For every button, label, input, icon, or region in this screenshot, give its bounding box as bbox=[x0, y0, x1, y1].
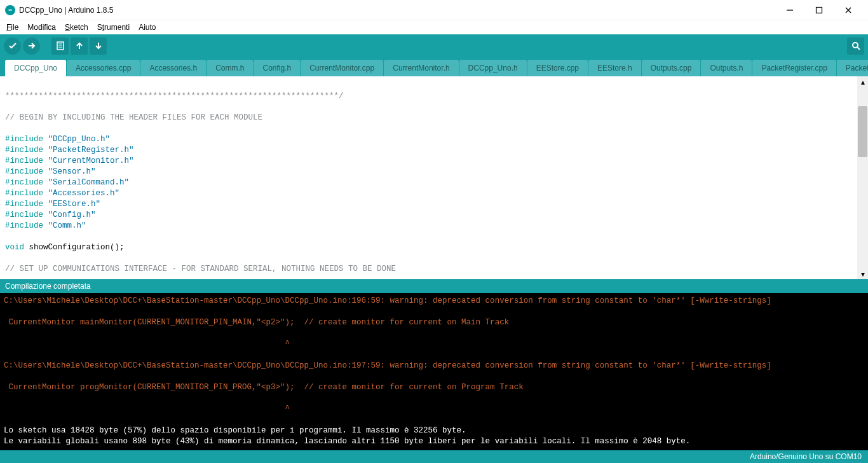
scroll-down-icon[interactable]: ▾ bbox=[857, 268, 868, 279]
console-line: ^ bbox=[4, 404, 290, 413]
code-editor[interactable]: ****************************************… bbox=[0, 76, 857, 279]
scroll-thumb[interactable] bbox=[858, 106, 867, 157]
verify-button[interactable] bbox=[4, 38, 21, 55]
scroll-track[interactable] bbox=[857, 87, 868, 268]
toolbar bbox=[0, 34, 868, 57]
tab-eestore-h[interactable]: EEStore.h bbox=[588, 60, 641, 76]
maximize-button[interactable] bbox=[804, 1, 834, 20]
tab-outputs-cpp[interactable]: Outputs.cpp bbox=[642, 60, 701, 76]
scroll-up-icon[interactable]: ▴ bbox=[857, 76, 868, 87]
code-str: "Comm.h" bbox=[48, 221, 86, 230]
tab-dccpp-uno-h[interactable]: DCCpp_Uno.h bbox=[459, 60, 527, 76]
tab-packetreg[interactable]: PacketReg bbox=[837, 60, 868, 76]
window-controls bbox=[775, 1, 863, 20]
tab-currentmonitor-cpp[interactable]: CurrentMonitor.cpp bbox=[301, 60, 383, 76]
code-kw: #include bbox=[5, 156, 43, 165]
console-line: Lo sketch usa 18428 byte (57%) dello spa… bbox=[4, 426, 466, 435]
tab-accessories-h[interactable]: Accessories.h bbox=[140, 60, 206, 76]
tabbar: DCCpp_Uno Accessories.cpp Accessories.h … bbox=[0, 57, 868, 76]
close-button[interactable] bbox=[834, 1, 863, 20]
tab-currentmonitor-h[interactable]: CurrentMonitor.h bbox=[384, 60, 458, 76]
code-str: "SerialCommand.h" bbox=[48, 178, 130, 187]
code-line: // BEGIN BY INCLUDING THE HEADER FILES F… bbox=[5, 113, 262, 122]
console-line: C:\Users\Michele\Desktop\DCC+\BaseStatio… bbox=[4, 296, 771, 305]
board-info: Arduino/Genuino Uno su COM10 bbox=[750, 452, 862, 461]
code-str: "Accessories.h" bbox=[48, 189, 120, 198]
menu-tools[interactable]: Strumenti bbox=[93, 22, 133, 33]
console-line: C:\Users\Michele\Desktop\DCC+\BaseStatio… bbox=[4, 361, 771, 370]
code-kw: #include bbox=[5, 200, 43, 209]
code-kw: #include bbox=[5, 146, 43, 155]
menu-sketch[interactable]: Sketch bbox=[61, 22, 92, 33]
code-line: ****************************************… bbox=[5, 92, 344, 100]
code-line: // SET UP COMMUNICATIONS INTERFACE - FOR… bbox=[5, 265, 396, 273]
window-title: DCCpp_Uno | Arduino 1.8.5 bbox=[19, 6, 775, 15]
svg-point-2 bbox=[853, 43, 858, 48]
footer-bar: Arduino/Genuino Uno su COM10 bbox=[0, 450, 868, 463]
tab-dccpp-uno[interactable]: DCCpp_Uno bbox=[5, 60, 66, 76]
save-button[interactable] bbox=[90, 38, 107, 55]
code-str: "Config.h" bbox=[48, 211, 96, 219]
serial-monitor-button[interactable] bbox=[847, 38, 864, 55]
tab-eestore-cpp[interactable]: EEStore.cpp bbox=[527, 60, 588, 76]
code-str: "CurrentMonitor.h" bbox=[48, 156, 134, 165]
code-text: showConfiguration(); bbox=[24, 243, 125, 252]
code-str: "DCCpp_Uno.h" bbox=[48, 135, 111, 144]
menu-file[interactable]: File bbox=[3, 22, 22, 33]
console-line: CurrentMonitor progMonitor(CURRENT_MONIT… bbox=[4, 383, 524, 392]
code-kw: #include bbox=[5, 167, 43, 176]
console-line: Le variabili globali usano 898 byte (43%… bbox=[4, 437, 690, 446]
minimize-button[interactable] bbox=[775, 1, 804, 20]
tab-comm-h[interactable]: Comm.h bbox=[207, 60, 253, 76]
editor-area: ****************************************… bbox=[0, 76, 868, 279]
code-kw: #include bbox=[5, 135, 43, 144]
code-str: "Sensor.h" bbox=[48, 167, 96, 176]
compile-status: Compilazione completata bbox=[5, 282, 91, 291]
editor-scrollbar[interactable]: ▴ ▾ bbox=[857, 76, 868, 279]
new-button[interactable] bbox=[51, 38, 69, 55]
code-str: "PacketRegister.h" bbox=[48, 146, 134, 155]
code-kw: #include bbox=[5, 211, 43, 219]
titlebar: ∞ DCCpp_Uno | Arduino 1.8.5 bbox=[0, 0, 868, 20]
app-icon: ∞ bbox=[5, 5, 15, 15]
open-button[interactable] bbox=[71, 38, 88, 55]
console-line: CurrentMonitor mainMonitor(CURRENT_MONIT… bbox=[4, 318, 509, 327]
console-output[interactable]: C:\Users\Michele\Desktop\DCC+\BaseStatio… bbox=[0, 293, 868, 450]
tab-packetregister-cpp[interactable]: PacketRegister.cpp bbox=[752, 60, 836, 76]
code-kw: #include bbox=[5, 221, 43, 230]
menubar: File Modifica Sketch Strumenti Aiuto bbox=[0, 20, 868, 34]
tab-config-h[interactable]: Config.h bbox=[254, 60, 300, 76]
tab-outputs-h[interactable]: Outputs.h bbox=[701, 60, 752, 76]
tab-accessories-cpp[interactable]: Accessories.cpp bbox=[67, 60, 140, 76]
status-bar: Compilazione completata bbox=[0, 279, 868, 293]
code-str: "EEStore.h" bbox=[48, 200, 101, 209]
code-kw: #include bbox=[5, 178, 43, 187]
svg-rect-0 bbox=[817, 7, 822, 13]
menu-help[interactable]: Aiuto bbox=[135, 22, 159, 33]
code-kw: void bbox=[5, 243, 24, 252]
console-line: ^ bbox=[4, 340, 290, 349]
menu-edit[interactable]: Modifica bbox=[24, 22, 60, 33]
code-kw: #include bbox=[5, 189, 43, 198]
upload-button[interactable] bbox=[23, 38, 40, 55]
